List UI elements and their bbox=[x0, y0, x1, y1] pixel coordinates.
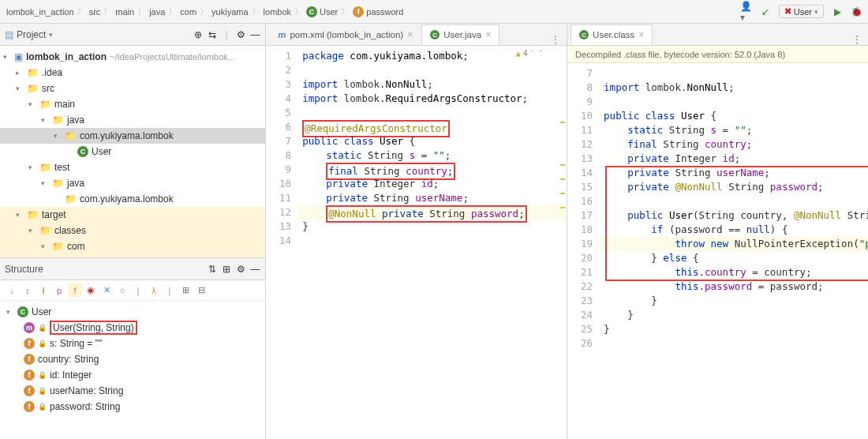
expand-icon[interactable]: ⊞ bbox=[221, 264, 232, 275]
code-line[interactable] bbox=[599, 194, 868, 208]
breadcrumb[interactable]: lombok_in_action〉src〉main〉java〉com〉yukiy… bbox=[6, 6, 403, 17]
project-tree[interactable]: ▾▣ lombok_in_action ~/IdeaProjectsUltima… bbox=[0, 46, 265, 257]
code-line[interactable]: @NonNull private String password; bbox=[297, 205, 567, 220]
tool-btn[interactable]: I bbox=[36, 283, 51, 298]
tab-more-icon[interactable]: ⋮ bbox=[551, 34, 567, 45]
structure-panel-title[interactable]: Structure bbox=[5, 264, 43, 275]
code-line[interactable]: if (password == null) { bbox=[599, 223, 868, 237]
tool-btn[interactable]: ↕ bbox=[21, 283, 35, 298]
code-line[interactable]: private Integer id; bbox=[599, 152, 868, 166]
tree-row[interactable]: ▾📁 com.yukiyama.lombok bbox=[0, 128, 265, 144]
gear-icon[interactable]: ⚙ bbox=[235, 29, 246, 40]
gear-icon[interactable]: ⚙ bbox=[235, 264, 246, 275]
code-line[interactable]: static String s = ""; bbox=[599, 123, 868, 137]
code-line[interactable]: this.password = password; bbox=[599, 280, 868, 294]
tool-btn[interactable]: λ bbox=[147, 283, 161, 298]
sort-icon[interactable]: ⇅ bbox=[207, 264, 218, 275]
code-line[interactable]: package com.yukiyama.lombok; bbox=[297, 49, 567, 63]
editor-tab[interactable]: CUser.java× bbox=[421, 24, 499, 45]
run-icon[interactable]: ▶ bbox=[832, 6, 843, 17]
structure-item[interactable]: m🔒 User(String, String) bbox=[0, 320, 265, 336]
tree-row[interactable]: ▾📁 test bbox=[0, 159, 265, 175]
breadcrumb-item[interactable]: src bbox=[89, 7, 101, 17]
code-line[interactable] bbox=[297, 106, 567, 120]
code-line[interactable]: import lombok.NonNull; bbox=[599, 81, 868, 95]
project-panel-title[interactable]: ▤Project▾ bbox=[5, 29, 53, 40]
editor-tab[interactable]: mpom.xml (lombok_in_action)× bbox=[269, 24, 421, 45]
sync-icon[interactable]: ↙ bbox=[760, 6, 771, 17]
code-line[interactable]: } bbox=[297, 220, 567, 234]
tree-row[interactable]: ▾📁 target bbox=[0, 207, 265, 223]
code-line[interactable]: public class User { bbox=[297, 134, 567, 148]
tree-row[interactable]: ▾📁 java bbox=[0, 112, 265, 128]
code-line[interactable]: } bbox=[599, 294, 868, 308]
code-line[interactable]: final String country; bbox=[599, 137, 868, 152]
code-line[interactable] bbox=[599, 66, 868, 81]
breadcrumb-item[interactable]: fpassword bbox=[353, 6, 403, 17]
structure-item[interactable]: f🔒 s: String = "" bbox=[0, 336, 265, 351]
code-line[interactable]: this.country = country; bbox=[599, 265, 868, 280]
code-line[interactable] bbox=[599, 95, 868, 109]
breadcrumb-item[interactable]: com bbox=[180, 7, 196, 17]
structure-item[interactable]: f🔒 id: Integer bbox=[0, 367, 265, 383]
tree-row[interactable]: ▾📁 classes bbox=[0, 223, 265, 238]
run-config-selector[interactable]: ✖User▾ bbox=[779, 5, 824, 18]
tree-row[interactable]: ▾📁 com bbox=[0, 238, 265, 254]
breadcrumb-item[interactable]: CUser bbox=[306, 6, 338, 17]
editor-tab[interactable]: CUser.class× bbox=[571, 24, 653, 45]
target-icon[interactable]: ⊕ bbox=[193, 29, 204, 40]
tool-btn[interactable]: ⊞ bbox=[178, 283, 193, 298]
code-line[interactable]: @RequiredArgsConstructor bbox=[297, 120, 567, 134]
hide-icon[interactable]: — bbox=[249, 29, 260, 40]
code-line[interactable]: public User(String country, @NonNull Str… bbox=[599, 208, 868, 223]
collapse-icon[interactable]: ⇆ bbox=[207, 29, 218, 40]
code-line[interactable] bbox=[599, 336, 868, 351]
code-line[interactable]: } bbox=[599, 308, 868, 322]
tool-btn[interactable]: ⊟ bbox=[194, 283, 208, 298]
structure-item[interactable]: f country: String bbox=[0, 351, 265, 367]
tool-btn[interactable]: | bbox=[131, 283, 145, 298]
tool-btn[interactable]: | bbox=[163, 283, 177, 298]
editor-left[interactable]: 1234567891011121314 ▲4 ˆ ˇ package com.y… bbox=[266, 46, 567, 439]
code-line[interactable]: throw new NullPointerException("passwor bbox=[599, 237, 868, 251]
tool-btn[interactable]: p bbox=[52, 283, 66, 298]
tree-row[interactable]: ▾📁 src bbox=[0, 81, 265, 96]
structure-item[interactable]: f🔒 userName: String bbox=[0, 383, 265, 399]
breadcrumb-item[interactable]: main bbox=[115, 7, 134, 17]
tool-btn[interactable]: ◉ bbox=[84, 283, 98, 298]
code-line[interactable]: private String userName; bbox=[297, 191, 567, 205]
tree-row[interactable]: ▾📁 java bbox=[0, 175, 265, 191]
code-line[interactable]: final String country; bbox=[297, 163, 567, 177]
tree-row[interactable]: C User bbox=[0, 144, 265, 159]
code-line[interactable]: private String userName; bbox=[599, 166, 868, 180]
code-line[interactable]: import lombok.NonNull; bbox=[297, 77, 567, 92]
breadcrumb-item[interactable]: yukiyama bbox=[211, 7, 248, 17]
code-line[interactable] bbox=[297, 234, 567, 248]
hide-icon[interactable]: — bbox=[249, 264, 260, 275]
tree-row[interactable]: ▸📁 .idea bbox=[0, 65, 265, 81]
code-line[interactable] bbox=[297, 63, 567, 77]
code-line[interactable]: import lombok.RequiredArgsConstructor; bbox=[297, 92, 567, 106]
code-line[interactable]: private Integer id; bbox=[297, 177, 567, 191]
tool-btn[interactable]: ✕ bbox=[99, 283, 114, 298]
code-line[interactable]: static String s = ""; bbox=[297, 148, 567, 163]
tool-btn[interactable]: ○ bbox=[115, 283, 129, 298]
code-line[interactable]: } else { bbox=[599, 251, 868, 265]
user-icon[interactable]: 👤▾ bbox=[741, 6, 752, 17]
code-line[interactable]: private @NonNull String password; bbox=[599, 180, 868, 194]
tool-btn[interactable]: ↓ bbox=[5, 283, 19, 298]
breadcrumb-item[interactable]: java bbox=[149, 7, 165, 17]
tree-root[interactable]: ▾▣ lombok_in_action ~/IdeaProjectsUltima… bbox=[0, 49, 265, 65]
breadcrumb-item[interactable]: lombok_in_action bbox=[6, 7, 74, 17]
tree-row[interactable]: ▾📁 main bbox=[0, 96, 265, 112]
structure-root[interactable]: ▾C User bbox=[0, 304, 265, 320]
code-line[interactable]: } bbox=[599, 322, 868, 336]
breadcrumb-item[interactable]: lombok bbox=[264, 7, 291, 17]
code-line[interactable]: public class User { bbox=[599, 109, 868, 123]
tool-btn[interactable]: f bbox=[68, 283, 82, 298]
debug-icon[interactable]: 🐞 bbox=[851, 6, 862, 17]
editor-right[interactable]: 7891011121314151617181920212223242526 im… bbox=[567, 63, 868, 439]
structure-item[interactable]: f🔒 password: String bbox=[0, 399, 265, 415]
tab-more-icon[interactable]: ⋮ bbox=[852, 34, 868, 45]
tree-row[interactable]: 📁 com.yukiyama.lombok bbox=[0, 191, 265, 207]
